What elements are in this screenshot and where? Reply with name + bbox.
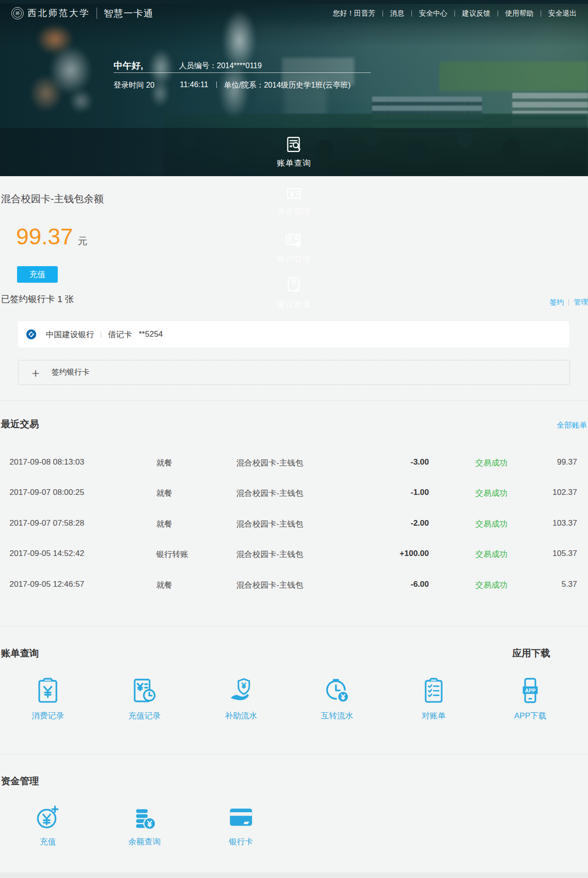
tx-amount: +100.00 [400,549,429,558]
tx-time: 2017-09-07 07:58:28 [9,519,84,528]
feedback-icon [285,276,303,295]
tx-wallet: 混合校园卡-主钱包 [236,488,303,499]
grid-item-label: 余额查询 [116,836,173,847]
tx-type: 就餐 [156,488,172,499]
tx-balance: 99.37 [557,457,577,467]
sidenav-item-feedback[interactable]: 建议反馈 [0,276,588,310]
welcome-divider [114,72,371,73]
app-download-icon: APP [517,677,544,704]
topbar-greeting[interactable]: 您好！田晋芳 [333,9,375,18]
topbar-item-security-center[interactable]: 安全中心 [419,9,447,18]
university-name: 西北师范大学 [27,7,90,19]
sign-link[interactable]: 签约 [550,298,564,307]
tx-time: 2017-09-08 08:13:03 [9,457,84,467]
manage-link[interactable]: 管理 [574,298,588,307]
university-emblem-icon: 师 [11,7,24,19]
menu-separator [454,10,455,17]
card-number: **5254 [139,330,163,339]
ccb-bank-logo [26,329,36,340]
transaction-row: 2017-09-05 14:52:42 银行转账 混合校园卡-主钱包 +100.… [0,549,588,560]
tx-type: 银行转账 [156,549,188,560]
fund-item-balance-query[interactable]: 余额查询 [116,804,173,847]
signed-cards-title: 已签约银行卡 1 张 [1,293,74,305]
tx-amount: -1.00 [410,488,429,497]
tx-balance: 103.37 [552,519,577,528]
statement-icon [420,677,447,704]
grid-item-label: 充值 [19,836,76,847]
tx-wallet: 混合校园卡-主钱包 [236,549,303,560]
tx-status: 交易成功 [475,549,508,560]
bill-query-item-recharge-records[interactable]: 充值记录 [116,677,173,721]
signed-cards-links: 签约 管理 [550,298,588,307]
grid-item-label: 充值记录 [116,710,173,721]
topbar-item-logout[interactable]: 安全退出 [548,9,577,18]
bank-card-row[interactable]: 中国建设银行 借记卡 **5254 [18,321,569,348]
section-divider [0,400,588,401]
topbar-item-help[interactable]: 使用帮助 [505,9,534,18]
recharge-button[interactable]: 充值 [17,266,58,283]
consume-records-icon [34,677,62,704]
tx-time: 2017-09-05 12:46:57 [9,580,84,589]
add-bank-card-label: 签约银行卡 [52,367,89,377]
login-time: 11:46:11 [180,81,208,89]
tx-status: 交易成功 [475,580,508,591]
grid-item-label: 消费记录 [19,710,76,721]
tx-type: 就餐 [156,457,172,468]
bank-name: 中国建设银行 [46,329,94,340]
subsidy-flow-icon [227,677,255,704]
sidenav-item-bill-query[interactable]: 账单查询 [0,135,588,169]
balance-unit: 元 [78,235,87,248]
card-type: 借记卡 [108,329,132,340]
fund-item-bank-card[interactable]: 银行卡 [213,804,269,847]
svg-text:APP: APP [525,688,535,693]
tx-wallet: 混合校园卡-主钱包 [236,519,303,529]
tx-amount: -3.00 [410,457,429,467]
menu-separator [411,10,412,17]
fund-management-title: 资金管理 [1,775,39,788]
tx-time: 2017-09-07 08:00:25 [9,488,84,497]
brand-separator [97,8,97,19]
sidenav-item-account[interactable]: 账户管理 [0,231,588,265]
grid-item-label: 银行卡 [213,836,269,847]
recharge-records-icon [131,677,158,704]
tx-status: 交易成功 [475,519,508,529]
bill-query-title: 账单查询 [1,647,39,660]
menu-separator [541,10,541,17]
fund-item-recharge[interactable]: 充值 [19,804,76,847]
transaction-row: 2017-09-08 08:13:03 就餐 混合校园卡-主钱包 -3.00 交… [0,457,588,469]
department: 单位/院系：2014级历史学1班(云亭班) [224,81,351,90]
transfer-flow-icon [323,677,351,704]
footer-strip [0,872,588,878]
top-strip [0,0,588,4]
tx-balance: 105.37 [552,549,577,558]
tx-type: 就餐 [156,580,172,591]
tx-status: 交易成功 [475,488,508,499]
transaction-row: 2017-09-05 12:46:57 就餐 混合校园卡-主钱包 -6.00 交… [0,580,588,591]
all-bills-link[interactable]: 全部账单 [557,421,587,430]
bill-query-item-transfer-flow[interactable]: 互转流水 [309,677,365,721]
brand: 师 西北师范大学 智慧一卡通 [11,7,153,20]
smart-card-portal-page: 师 西北师范大学 智慧一卡通 您好！田晋芳 消息 安全中心 建议反馈 使用帮助 … [0,0,588,878]
balance-query-icon [131,804,158,830]
bill-search-icon [285,135,303,153]
plus-icon: ＋ [29,367,42,379]
bill-query-item-consume-records[interactable]: 消费记录 [19,677,76,721]
bill-query-item-statement[interactable]: 对账单 [405,677,462,721]
person-id: 人员编号：2014****0119 [179,61,262,71]
transaction-row: 2017-09-07 07:58:28 就餐 混合校园卡-主钱包 -2.00 交… [0,519,588,530]
app-download-title: 应用下载 [512,647,550,660]
bill-query-item-app-download[interactable]: APP APP下载 [502,677,559,721]
section-divider [0,626,588,627]
topbar-item-feedback[interactable]: 建议反馈 [462,9,490,18]
card-separator [101,331,101,338]
grid-item-label: 对账单 [405,710,462,721]
wallet-balance: 99.37 元 [16,224,87,250]
welcome-greeting: 中午好, [114,60,143,72]
tx-wallet: 混合校园卡-主钱包 [236,580,303,591]
add-bank-card[interactable]: ＋ 签约银行卡 [18,360,570,385]
bill-query-item-subsidy-flow[interactable]: 补助流水 [213,677,269,721]
topbar-item-messages[interactable]: 消息 [390,9,404,18]
sidenav-label: 账单查询 [0,158,588,169]
recharge-icon [35,804,61,830]
tx-type: 就餐 [156,519,172,529]
